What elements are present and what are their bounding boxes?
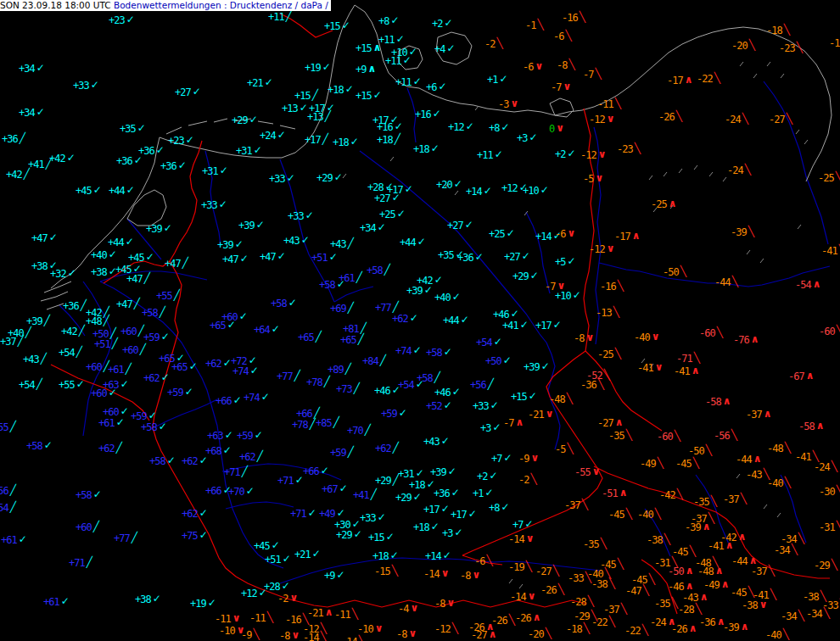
station-value: +54 bbox=[476, 337, 492, 348]
station: +18╱ bbox=[377, 135, 400, 145]
station-value: +47 bbox=[116, 298, 132, 310]
station: -41∨ bbox=[637, 363, 663, 373]
station-value: -9 bbox=[518, 453, 529, 465]
tendency-symbol-icon: ∨ bbox=[567, 227, 575, 239]
station-value: +10 bbox=[555, 290, 571, 302]
station: -36╲ bbox=[580, 380, 604, 390]
station: -49∧ bbox=[703, 580, 729, 590]
tendency-symbol-icon: ∨ bbox=[563, 81, 571, 92]
tendency-symbol-icon: ∧ bbox=[685, 74, 693, 86]
station-value: -14 bbox=[510, 591, 526, 603]
station-value: -16 bbox=[600, 281, 616, 293]
station-value: -49 bbox=[640, 458, 656, 470]
station: -15╲ bbox=[374, 566, 398, 577]
station-value: +17 bbox=[423, 504, 440, 516]
tendency-symbol-icon: ╲ bbox=[675, 430, 680, 442]
station-value: -48 bbox=[549, 393, 565, 405]
tendency-symbol-icon: ╲ bbox=[711, 495, 717, 507]
station: +47╱ bbox=[126, 274, 150, 284]
station: -6∨ bbox=[555, 229, 575, 239]
station: -25╲ bbox=[597, 349, 621, 360]
station: +61╱ bbox=[108, 365, 132, 375]
station: +10✓ bbox=[523, 186, 549, 196]
tendency-symbol-icon: ✓ bbox=[134, 154, 143, 166]
station: +55✓ bbox=[59, 380, 85, 390]
tendency-symbol-icon: ∧ bbox=[489, 628, 497, 640]
station: +11✓ bbox=[477, 150, 503, 160]
station-value: -24 bbox=[727, 164, 743, 176]
station-value: -11 bbox=[334, 609, 350, 621]
station-value: +40 bbox=[434, 292, 451, 304]
station-value: -25 bbox=[651, 198, 667, 210]
station: +58✓ bbox=[149, 456, 176, 466]
station: +36✓ bbox=[116, 156, 143, 166]
station: +75✓ bbox=[182, 531, 208, 541]
station: +18✓ bbox=[372, 551, 399, 561]
station-value: -45 bbox=[608, 509, 624, 521]
station-value: -12 bbox=[589, 243, 605, 255]
station: +8✓ bbox=[489, 123, 510, 133]
tendency-symbol-icon: ╲ bbox=[486, 555, 492, 566]
tendency-symbol-icon: ✓ bbox=[529, 131, 537, 143]
station: +18✓ bbox=[328, 85, 354, 95]
station: -24╲ bbox=[727, 165, 751, 176]
station: +16✓ bbox=[415, 109, 441, 120]
station: -36∧ bbox=[699, 617, 725, 627]
station-value: -19 bbox=[508, 561, 524, 573]
station-value: +35 bbox=[120, 123, 136, 135]
tendency-symbol-icon: ∨ bbox=[585, 332, 594, 343]
station: +40✓ bbox=[434, 293, 461, 303]
station: +59✓ bbox=[131, 411, 157, 421]
tendency-symbol-icon: ✓ bbox=[399, 407, 407, 419]
station-value: +55 bbox=[59, 379, 75, 391]
tendency-symbol-icon: ╱ bbox=[333, 416, 339, 428]
station: -41∧ bbox=[674, 366, 699, 376]
station: +25✓ bbox=[379, 209, 406, 220]
station-value: +9 bbox=[324, 570, 334, 582]
station-value: +2 bbox=[555, 148, 565, 160]
station: +78╱ bbox=[306, 377, 330, 387]
station: -76∧ bbox=[733, 335, 759, 345]
station-value: -46 bbox=[668, 581, 684, 593]
tendency-symbol-icon: ╲ bbox=[783, 628, 789, 640]
station-value: -40 bbox=[637, 509, 653, 521]
station: +19✓ bbox=[190, 599, 216, 609]
tendency-symbol-icon: ✓ bbox=[67, 152, 76, 164]
station: +11╱ bbox=[268, 12, 292, 22]
tendency-symbol-icon: ╱ bbox=[294, 370, 300, 382]
tendency-symbol-icon: ╲ bbox=[352, 608, 358, 620]
station-value: +62 bbox=[205, 358, 221, 370]
station-value: +61 bbox=[98, 417, 115, 429]
tendency-symbol-icon: ∧ bbox=[373, 42, 382, 53]
tendency-symbol-icon: ╱ bbox=[25, 326, 31, 338]
station: -44╲ bbox=[714, 277, 738, 287]
tendency-symbol-icon: ✓ bbox=[189, 360, 198, 372]
station: -21∨ bbox=[528, 410, 553, 420]
tendency-symbol-icon: ✓ bbox=[499, 73, 507, 85]
station: -2∨ bbox=[277, 594, 298, 604]
station: +62✓ bbox=[182, 456, 208, 466]
station: -51∧ bbox=[602, 488, 627, 499]
station: -2╲ bbox=[484, 39, 503, 49]
station: +89╱ bbox=[328, 365, 351, 375]
station-value: +59 bbox=[381, 408, 397, 420]
tendency-symbol-icon: ∧ bbox=[533, 611, 541, 623]
station: +36╱ bbox=[63, 301, 87, 311]
station-value: -39 bbox=[731, 226, 747, 238]
station-value: -34 bbox=[781, 610, 797, 622]
station-value: -25 bbox=[597, 348, 613, 360]
station: +32✓ bbox=[50, 269, 76, 279]
station-value: -29 bbox=[814, 560, 830, 571]
station: +39✓ bbox=[524, 362, 550, 372]
station-value: -39 bbox=[685, 521, 701, 533]
tendency-symbol-icon: ╱ bbox=[41, 353, 47, 365]
station: +34✓ bbox=[19, 108, 45, 118]
station: +37╱ bbox=[0, 337, 24, 347]
station: +60╱ bbox=[86, 362, 109, 372]
tendency-symbol-icon: ✓ bbox=[511, 308, 519, 320]
station-value: +61 bbox=[108, 364, 124, 376]
station-value: +12 bbox=[241, 588, 257, 599]
station: +62✓ bbox=[143, 373, 170, 383]
tendency-symbol-icon: ╲ bbox=[813, 450, 819, 462]
station: +29✓ bbox=[232, 115, 258, 125]
